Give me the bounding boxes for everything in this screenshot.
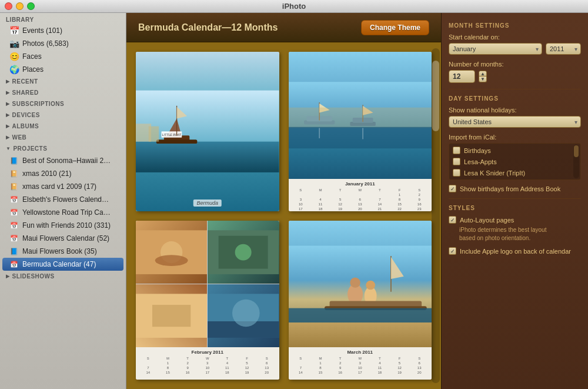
- ical-lesa-appts-label: Lesa-Appts: [464, 158, 497, 165]
- photos-icon: 📷: [9, 39, 19, 48]
- sidebar: LIBRARY 📅 Events (101) 📷 Photos (6,583) …: [0, 13, 126, 389]
- collage-cell-1: [136, 221, 207, 284]
- svg-rect-21: [289, 127, 432, 149]
- svg-point-34: [232, 299, 260, 327]
- march-label: March 2011: [291, 348, 430, 355]
- ical-birthdays-checkbox[interactable]: [453, 147, 460, 154]
- collage-cell-3: [136, 284, 207, 347]
- web-header[interactable]: ▶ WEB: [0, 132, 126, 143]
- places-label: Places: [22, 65, 44, 74]
- day-settings-title: DAY SETTINGS: [449, 95, 581, 102]
- ical-lesa-appts-checkbox[interactable]: [453, 158, 460, 165]
- devices-header[interactable]: ▶ DEVICES: [0, 109, 126, 121]
- xmas2010-label: xmas 2010 (21): [22, 169, 71, 178]
- apple-logo-row[interactable]: Include Apple logo on back of calendar: [449, 247, 581, 255]
- collage-cell-4: [208, 284, 279, 347]
- change-theme-button[interactable]: Change Theme: [361, 20, 429, 35]
- sidebar-item-xmas2010[interactable]: 📔 xmas 2010 (21): [0, 167, 126, 180]
- month-settings-title: MONTH SETTINGS: [449, 22, 581, 29]
- auto-layout-row[interactable]: Auto-Layout pages: [449, 216, 581, 224]
- elsbeth-label: Elsbeth's Flowers Calend…: [22, 195, 109, 204]
- num-months-up[interactable]: ▲: [479, 71, 487, 77]
- sidebar-item-elsbeth[interactable]: 📅 Elsbeth's Flowers Calend…: [0, 193, 126, 206]
- albums-triangle: ▶: [6, 124, 10, 129]
- year-select[interactable]: 201120122010: [546, 43, 581, 55]
- sidebar-item-maui-flowers[interactable]: 📅 Maui Flowers Calendar (52): [0, 232, 126, 245]
- sidebar-item-best-sonoma[interactable]: 📘 Best of Sonoma–Hawaii 2…: [0, 154, 126, 167]
- apple-logo-checkbox[interactable]: [449, 247, 456, 255]
- february-photo: [136, 221, 279, 348]
- content-area: Bermuda Calendar—12 Months Change Theme: [126, 13, 441, 389]
- calendar-scrollbar[interactable]: [432, 48, 440, 383]
- maximize-button[interactable]: [27, 2, 35, 10]
- bermuda-label: Bermuda Calendar (47): [22, 260, 96, 268]
- auto-layout-checkbox[interactable]: [449, 216, 456, 224]
- shared-triangle: ▶: [6, 90, 10, 95]
- svg-point-39: [350, 277, 360, 287]
- num-months-label: Number of months:: [449, 61, 581, 68]
- svg-rect-4: [156, 139, 198, 144]
- sidebar-item-fun-friends[interactable]: 📅 Fun with Friends 2010 (331): [0, 219, 126, 232]
- march-calendar-sheet: March 2011 SMTWTFS 123456 78910111213 14…: [289, 347, 432, 380]
- close-button[interactable]: [5, 2, 12, 10]
- maui-book-icon: 📘: [9, 247, 19, 256]
- ical-scrollbar[interactable]: [573, 145, 579, 178]
- ical-label: Import from iCal:: [449, 134, 581, 141]
- ical-item-lesa-tripit[interactable]: Lesa K Snider (TripIt): [449, 167, 580, 178]
- address-book-checkbox[interactable]: [449, 185, 456, 192]
- sidebar-item-photos[interactable]: 📷 Photos (6,583): [0, 37, 126, 50]
- calendar-page-february[interactable]: February 2011 SMTWTFS 123456 78910111213…: [136, 221, 279, 380]
- window-controls[interactable]: [5, 2, 35, 10]
- recent-triangle: ▶: [6, 79, 10, 84]
- sidebar-item-yellowstone[interactable]: 📅 Yellowstone Road Trip Ca…: [0, 206, 126, 219]
- year-select-wrapper[interactable]: 201120122010: [546, 43, 581, 55]
- minimize-button[interactable]: [16, 2, 24, 10]
- ical-item-birthdays[interactable]: Birthdays: [449, 145, 580, 156]
- sidebar-item-places[interactable]: 🌍 Places: [0, 63, 126, 76]
- calendar-page-march[interactable]: March 2011 SMTWTFS 123456 78910111213 14…: [289, 221, 432, 380]
- ical-lesa-tripit-label: Lesa K Snider (TripIt): [464, 169, 525, 177]
- address-book-row[interactable]: Show birthdays from Address Book: [449, 185, 581, 192]
- bermuda-photo-label: Bermuda: [193, 200, 222, 207]
- svg-rect-31: [152, 305, 191, 327]
- ical-item-lesa-appts[interactable]: Lesa-Appts: [449, 156, 580, 167]
- ical-scrollthumb[interactable]: [574, 145, 579, 157]
- calendar-page-cover[interactable]: LITTLE BOAT Bermuda: [136, 52, 279, 211]
- content-title: Bermuda Calendar—12 Months: [138, 22, 278, 33]
- num-months-down[interactable]: ▼: [479, 77, 487, 82]
- sidebar-item-bermuda[interactable]: 📅 Bermuda Calendar (47): [2, 258, 123, 271]
- sidebar-item-events[interactable]: 📅 Events (101): [0, 24, 126, 37]
- sidebar-item-maui-book[interactable]: 📘 Maui Flowers Book (35): [0, 245, 126, 258]
- shared-header[interactable]: ▶ SHARED: [0, 87, 126, 98]
- albums-header[interactable]: ▶ ALBUMS: [0, 121, 126, 132]
- maui-book-label: Maui Flowers Book (35): [22, 247, 97, 255]
- divider-2: [449, 198, 581, 199]
- places-icon: 🌍: [9, 65, 19, 74]
- projects-header[interactable]: ▼ PROJECTS: [0, 143, 126, 154]
- holidays-select[interactable]: United StatesCanadaUnited Kingdom: [449, 116, 581, 128]
- titlebar: iPhoto: [0, 0, 588, 13]
- slideshows-header[interactable]: ▶ SLIDESHOWS: [0, 271, 126, 282]
- best-sonoma-label: Best of Sonoma–Hawaii 2…: [22, 157, 111, 165]
- start-calendar-row: JanuaryFebruaryMarch AprilMayJune JulyAu…: [449, 43, 581, 55]
- svg-rect-20: [289, 108, 432, 128]
- holidays-select-wrapper[interactable]: United StatesCanadaUnited Kingdom: [449, 116, 581, 128]
- projects-triangle: ▼: [6, 146, 11, 151]
- january-mini-grid: SMTWTFS 12 3456789 10111213141516 171819…: [291, 188, 430, 211]
- num-months-input[interactable]: [449, 70, 475, 83]
- scrollbar-thumb[interactable]: [432, 61, 439, 131]
- svg-point-26: [155, 255, 188, 266]
- sidebar-item-faces[interactable]: 😊 Faces: [0, 50, 126, 63]
- main-layout: LIBRARY 📅 Events (101) 📷 Photos (6,583) …: [0, 13, 588, 389]
- calendar-page-january[interactable]: January 2011 SMTWTFS 12 3456789 10111213…: [289, 52, 432, 211]
- sidebar-item-xmas-card[interactable]: 📔 xmas card v1 2009 (17): [0, 180, 126, 193]
- svg-rect-1: [136, 142, 279, 172]
- subscriptions-header[interactable]: ▶ SUBSCRIPTIONS: [0, 98, 126, 109]
- num-months-stepper[interactable]: ▲ ▼: [479, 71, 487, 82]
- num-months-row: ▲ ▼: [449, 70, 581, 83]
- events-icon: 📅: [9, 26, 19, 35]
- month-select[interactable]: JanuaryFebruaryMarch AprilMayJune JulyAu…: [449, 43, 542, 55]
- month-select-wrapper[interactable]: JanuaryFebruaryMarch AprilMayJune JulyAu…: [449, 43, 542, 55]
- ical-lesa-tripit-checkbox[interactable]: [453, 169, 460, 177]
- recent-header[interactable]: ▶ RECENT: [0, 76, 126, 87]
